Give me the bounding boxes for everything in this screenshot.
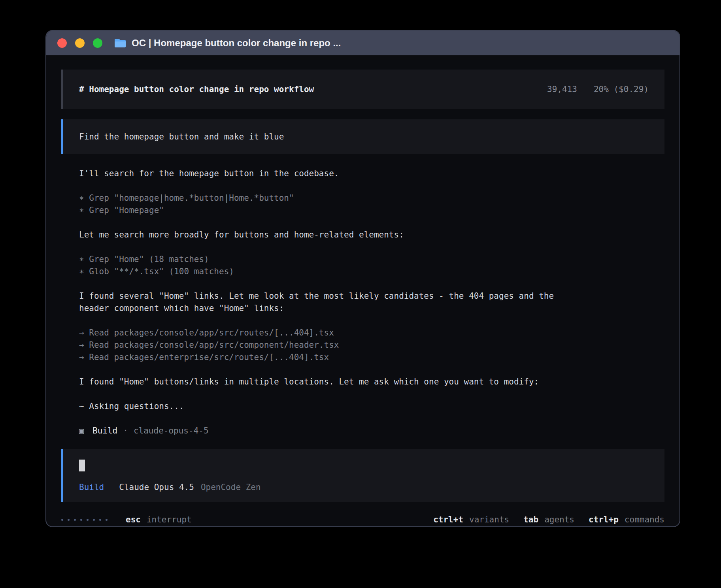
model-label[interactable]: Claude Opus 4.5 [119, 482, 194, 492]
titlebar-title-wrap: OC | Homepage button color change in rep… [114, 38, 341, 49]
mode-label[interactable]: Build [79, 482, 104, 492]
spinner-icon [61, 519, 108, 521]
user-message-text: Find the homepage button and make it blu… [79, 132, 284, 141]
session-title: # Homepage button color change in repo w… [79, 85, 314, 94]
shortcut-label: commands [625, 515, 664, 524]
agent-status-line: ▣ Build · claude-opus-4-5 [79, 425, 664, 437]
tool-call-read[interactable]: → Read packages/console/app/src/componen… [79, 339, 664, 351]
shortcut-key: tab [523, 515, 538, 524]
window-title: OC | Homepage button color change in rep… [132, 38, 341, 49]
assistant-text: I found several "Home" links. Let me loo… [79, 290, 664, 302]
tool-call-read[interactable]: → Read packages/console/app/src/routes/[… [79, 327, 664, 339]
status-bar: escinterrupt ctrl+tvariants tabagents ct… [61, 513, 664, 526]
shortcut-agents[interactable]: tabagents [523, 515, 574, 524]
traffic-lights [57, 38, 102, 48]
tool-call-glob[interactable]: ∗ Glob "**/*.tsx" (100 matches) [79, 266, 664, 278]
provider-label: OpenCode Zen [201, 482, 261, 492]
model-status-line: Build Claude Opus 4.5 OpenCode Zen [79, 482, 649, 492]
agent-separator: · [123, 425, 128, 437]
text-cursor [79, 460, 85, 471]
terminal-content: # Homepage button color change in repo w… [46, 55, 679, 526]
shortcut-key: ctrl+t [433, 515, 463, 524]
tool-call-grep[interactable]: ∗ Grep "Home" (18 matches) [79, 253, 664, 266]
tool-call-grep[interactable]: ∗ Grep "homepage|home.*button|Home.*butt… [79, 192, 664, 204]
shortcut-key: ctrl+p [589, 515, 619, 524]
shortcut-variants[interactable]: ctrl+tvariants [433, 515, 509, 524]
assistant-text: Let me search more broadly for buttons a… [79, 229, 664, 241]
tool-call-grep[interactable]: ∗ Grep "Homepage" [79, 204, 664, 217]
conversation: I'll search for the homepage button in t… [79, 168, 664, 449]
status-text: ~ Asking questions... [79, 400, 664, 413]
esc-label: interrupt [147, 515, 192, 524]
assistant-text: I'll search for the homepage button in t… [79, 168, 664, 180]
close-button[interactable] [57, 38, 67, 48]
folder-icon [114, 38, 126, 48]
esc-shortcut[interactable]: escinterrupt [126, 515, 192, 524]
esc-key: esc [126, 515, 141, 524]
session-header: # Homepage button color change in repo w… [61, 70, 664, 109]
minimize-button[interactable] [75, 38, 85, 48]
agent-name: Build [92, 425, 117, 437]
shortcut-label: variants [469, 515, 509, 524]
footer-shortcuts: ctrl+tvariants tabagents ctrl+pcommands [433, 515, 664, 524]
agent-icon: ▣ [79, 425, 84, 437]
titlebar[interactable]: OC | Homepage button color change in rep… [46, 31, 679, 55]
prompt-input[interactable]: Build Claude Opus 4.5 OpenCode Zen [61, 449, 664, 502]
session-stats: 39,413 20% ($0.29) [547, 85, 649, 94]
user-message-block: Find the homepage button and make it blu… [61, 119, 664, 154]
assistant-text: header component which have "Home" links… [79, 302, 664, 315]
assistant-text: I found "Home" buttons/links in multiple… [79, 376, 664, 388]
token-count: 39,413 [547, 85, 577, 94]
shortcut-label: agents [544, 515, 574, 524]
zoom-button[interactable] [93, 38, 102, 48]
tool-call-read[interactable]: → Read packages/enterprise/src/routes/[.… [79, 351, 664, 364]
context-usage: 20% ($0.29) [594, 85, 649, 94]
agent-model: claude-opus-4-5 [134, 425, 209, 437]
terminal-window: OC | Homepage button color change in rep… [45, 30, 680, 527]
shortcut-commands[interactable]: ctrl+pcommands [589, 515, 664, 524]
